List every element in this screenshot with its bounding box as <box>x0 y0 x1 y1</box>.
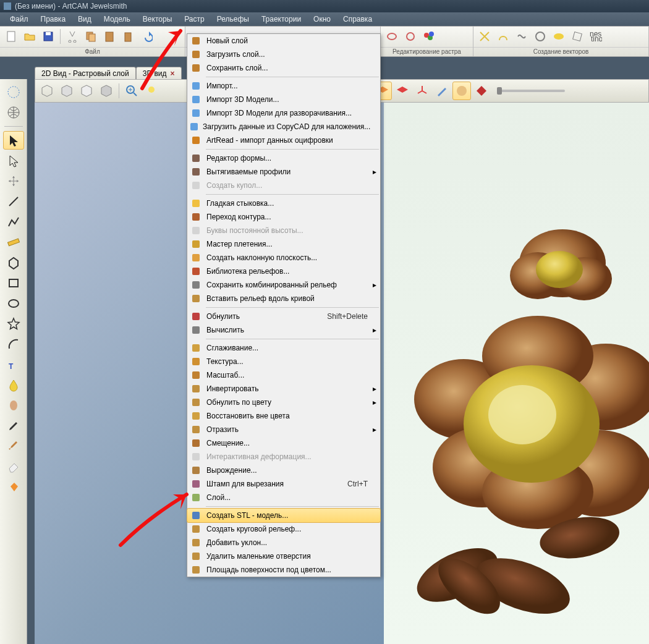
globe-icon[interactable] <box>3 103 24 122</box>
sphere-preview-icon[interactable] <box>452 82 471 100</box>
menu-help[interactable]: Справка <box>337 13 378 25</box>
menu-item[interactable]: Сохранить комбинированный рельеф▸ <box>187 278 380 292</box>
menu-item[interactable]: Смещение... <box>187 436 380 450</box>
vector-tool-5-icon[interactable] <box>550 28 567 45</box>
cube-view-2-icon[interactable] <box>57 82 76 100</box>
menu-item[interactable]: Вычислить▸ <box>187 323 380 337</box>
menu-item-icon <box>189 564 203 576</box>
svg-rect-63 <box>192 326 200 334</box>
cut-icon[interactable] <box>64 28 81 45</box>
star-icon[interactable] <box>3 315 24 333</box>
menu-item[interactable]: Создать круговой рельеф... <box>187 522 380 536</box>
copy-icon[interactable] <box>82 28 100 45</box>
eraser-icon[interactable] <box>3 457 24 476</box>
vector-tool-1-icon[interactable] <box>476 28 493 45</box>
menu-item[interactable]: Сохранить слой... <box>187 61 380 75</box>
menu-item[interactable]: Вырождение... <box>187 464 380 477</box>
paste-icon[interactable] <box>101 28 118 45</box>
menu-item[interactable]: Слой... <box>187 491 380 504</box>
select-arrow-icon[interactable] <box>3 131 24 150</box>
menu-item-label: Библиотека рельефов... <box>206 267 368 276</box>
menu-item[interactable]: Новый слой <box>187 34 380 48</box>
menu-item-label: Создать круговой рельеф... <box>206 525 368 533</box>
menu-item[interactable]: Редактор формы... <box>187 151 380 165</box>
menu-toolpaths[interactable]: Траектории <box>255 13 307 25</box>
opacity-slider[interactable] <box>497 90 565 92</box>
transform-icon[interactable] <box>3 172 24 190</box>
vector-tool-2-icon[interactable] <box>494 28 512 45</box>
new-file-icon[interactable] <box>2 28 20 45</box>
cube-view-3-icon[interactable] <box>77 82 96 100</box>
polygon-icon[interactable] <box>3 253 24 272</box>
menu-item[interactable]: Отразить▸ <box>187 423 380 436</box>
menu-item[interactable]: Гладкая стыковка... <box>187 197 380 210</box>
brush-left-icon[interactable] <box>3 437 24 455</box>
raster-tool-3-icon[interactable] <box>420 28 438 45</box>
vector-tool-nesting-icon[interactable]: nesting <box>587 28 604 45</box>
menu-reliefs[interactable]: Рельефы <box>211 13 255 25</box>
menu-item[interactable]: Импорт 3D Модели для разворачивания... <box>187 106 380 120</box>
bucket-icon[interactable] <box>3 478 24 496</box>
tab-2d-view[interactable]: 2D Вид - Растровый слой <box>35 67 136 79</box>
submenu-arrow-icon: ▸ <box>373 425 376 434</box>
menu-item[interactable]: Восстановить вне цвета <box>187 409 380 423</box>
menu-item[interactable]: Удалить маленькие отверстия <box>187 549 380 563</box>
menu-item[interactable]: Обнулить по цвету▸ <box>187 396 380 409</box>
menu-item[interactable]: Мастер плетения... <box>187 237 380 251</box>
axis-icon[interactable] <box>413 82 431 100</box>
menu-item-icon <box>189 265 203 278</box>
layer-red-icon[interactable] <box>393 82 412 100</box>
menu-item[interactable]: Штамп для вырезанияCtrl+T <box>187 477 380 491</box>
menu-item[interactable]: Добавить уклон... <box>187 536 380 549</box>
vector-tool-3-icon[interactable] <box>513 28 530 45</box>
ellipse-icon[interactable] <box>3 294 24 313</box>
menu-item[interactable]: Загрузить данные из CopyCAD для наложени… <box>187 120 380 133</box>
menu-item[interactable]: Сглаживание... <box>187 341 380 355</box>
menu-item[interactable]: Текстура... <box>187 355 380 368</box>
menu-item[interactable]: Площадь поверхности под цветом... <box>187 563 380 577</box>
bean-icon[interactable] <box>3 396 24 415</box>
menu-item[interactable]: Масштаб... <box>187 368 380 382</box>
menu-file[interactable]: Файл <box>4 13 35 25</box>
menu-item[interactable]: ArtRead - импорт данных оцифровки <box>187 133 380 147</box>
rect-icon[interactable] <box>3 274 24 292</box>
menu-item[interactable]: Вставить рельеф вдоль кривой <box>187 292 380 305</box>
menu-view[interactable]: Вид <box>72 13 98 25</box>
diamond-icon[interactable] <box>472 82 491 100</box>
polyline-icon[interactable] <box>3 213 24 231</box>
node-edit-icon[interactable] <box>3 151 24 170</box>
menu-item[interactable]: Вытягиваемые профили▸ <box>187 165 380 179</box>
text-icon[interactable]: T <box>3 355 24 374</box>
arc-icon[interactable] <box>3 335 24 354</box>
menu-item[interactable]: Инвертировать▸ <box>187 382 380 396</box>
drop-icon[interactable] <box>3 376 24 394</box>
svg-point-11 <box>429 32 434 36</box>
cube-view-1-icon[interactable] <box>38 82 56 100</box>
menu-item-label: Текстура... <box>206 357 368 366</box>
vector-tool-6-icon[interactable] <box>569 28 586 45</box>
menu-item[interactable]: ОбнулитьShift+Delete <box>187 310 380 323</box>
menu-item[interactable]: Загрузить слой... <box>187 48 380 61</box>
raster-tool-1-icon[interactable] <box>383 28 401 45</box>
menu-item[interactable]: Создать STL - модель... <box>187 508 381 523</box>
save-file-icon[interactable] <box>40 28 57 45</box>
cube-view-4-icon[interactable] <box>97 82 116 100</box>
menu-item[interactable]: Переход контура... <box>187 210 380 224</box>
menu-item-icon <box>189 134 203 146</box>
menu-window[interactable]: Окно <box>307 13 337 25</box>
menu-item[interactable]: Создать наклонную плоскость... <box>187 251 380 265</box>
menu-item-icon <box>189 166 203 178</box>
open-file-icon[interactable] <box>21 28 38 45</box>
line-icon[interactable] <box>3 192 24 211</box>
vector-tool-4-icon[interactable] <box>532 28 549 45</box>
menu-item[interactable]: Библиотека рельефов... <box>187 265 380 278</box>
raster-tool-2-icon[interactable] <box>402 28 419 45</box>
ruler-icon[interactable] <box>3 233 24 252</box>
brush-icon[interactable] <box>433 82 451 100</box>
menu-edit[interactable]: Правка <box>35 13 72 25</box>
menu-item[interactable]: Импорт... <box>187 79 380 93</box>
menu-item[interactable]: Импорт 3D Модели... <box>187 93 380 106</box>
app-logo-icon <box>4 2 11 10</box>
pen-icon[interactable] <box>3 417 24 435</box>
measure-icon[interactable] <box>3 83 24 101</box>
